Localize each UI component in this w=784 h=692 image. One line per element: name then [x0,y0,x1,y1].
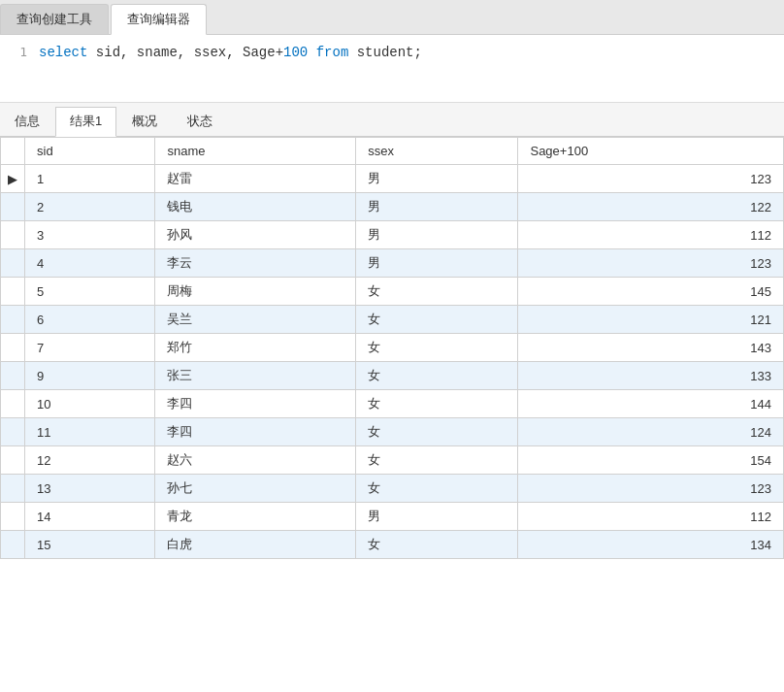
table-row[interactable]: 12赵六女154 [1,446,784,475]
line-number: 1 [0,45,39,59]
row-indicator [1,193,25,221]
table-row[interactable]: 5周梅女145 [1,278,784,306]
cell-sage: 121 [518,306,784,334]
cell-ssex: 女 [356,362,518,390]
cell-sage: 144 [518,390,784,418]
result-tab[interactable]: 结果1 [55,107,116,137]
cell-ssex: 女 [356,531,518,559]
row-indicator [1,418,25,446]
cell-sage: 124 [518,418,784,446]
cell-sname: 周梅 [155,278,356,306]
cell-sname: 白虎 [155,531,356,559]
table-row[interactable]: ▶1赵雷男123 [1,165,784,193]
table-row[interactable]: 3孙风男112 [1,221,784,249]
row-indicator [1,221,25,249]
table-row[interactable]: 15白虎女134 [1,531,784,559]
cell-ssex: 男 [356,221,518,249]
cell-sage: 143 [518,334,784,362]
cell-sage: 134 [518,531,784,559]
cell-sage: 112 [518,503,784,531]
row-indicator [1,249,25,278]
row-indicator [1,503,25,531]
table-row[interactable]: 9张三女133 [1,362,784,390]
cell-sid: 5 [25,278,155,306]
code-token: from [308,45,348,60]
row-indicator [1,306,25,334]
table-header-cell: sname [155,138,356,165]
cell-sname: 钱电 [155,193,356,221]
row-indicator: ▶ [1,165,25,193]
cell-sid: 10 [25,390,155,418]
code-line: 1select sid, sname, ssex, Sage+100 from … [0,43,784,62]
cell-sid: 12 [25,446,155,475]
table-header-indicator [1,138,25,165]
table-row[interactable]: 7郑竹女143 [1,334,784,362]
table-row[interactable]: 14青龙男112 [1,503,784,531]
cell-sage: 154 [518,446,784,475]
top-tab[interactable]: 查询编辑器 [111,4,207,35]
editor-area: 1select sid, sname, ssex, Sage+100 from … [0,35,784,103]
cell-ssex: 女 [356,418,518,446]
result-table: sidsnamessexSage+100 ▶1赵雷男1232钱电男1223孙风男… [0,137,784,559]
result-tab[interactable]: 概况 [117,107,172,136]
table-header-cell: ssex [356,138,518,165]
cell-sid: 14 [25,503,155,531]
cell-sname: 李四 [155,418,356,446]
cell-sage: 123 [518,165,784,193]
row-indicator [1,531,25,559]
table-header-cell: Sage+100 [518,138,784,165]
tab-bar: 查询创建工具查询编辑器 [0,0,784,35]
cell-sname: 赵六 [155,446,356,475]
code-token: sid, sname, ssex, Sage+ [87,45,283,60]
cell-sid: 9 [25,362,155,390]
result-tabs-bar: 信息结果1概况状态 [0,103,784,137]
code-token: 100 [283,45,308,60]
code-content[interactable]: select sid, sname, ssex, Sage+100 from s… [39,45,422,60]
code-token: student; [348,45,422,60]
cell-sid: 3 [25,221,155,249]
table-row[interactable]: 13孙七女123 [1,475,784,503]
row-indicator [1,278,25,306]
cell-sname: 李云 [155,249,356,278]
cell-sid: 15 [25,531,155,559]
cell-sname: 李四 [155,390,356,418]
table-row[interactable]: 11李四女124 [1,418,784,446]
cell-ssex: 女 [356,306,518,334]
cell-ssex: 女 [356,334,518,362]
row-indicator [1,390,25,418]
cell-sage: 145 [518,278,784,306]
cell-sage: 133 [518,362,784,390]
top-tab[interactable]: 查询创建工具 [0,4,109,34]
result-tab[interactable]: 状态 [173,107,227,136]
table-row[interactable]: 10李四女144 [1,390,784,418]
data-table-wrapper: sidsnamessexSage+100 ▶1赵雷男1232钱电男1223孙风男… [0,137,784,559]
result-tab[interactable]: 信息 [0,107,54,136]
cell-sid: 7 [25,334,155,362]
cell-sname: 青龙 [155,503,356,531]
row-indicator [1,475,25,503]
cell-sid: 4 [25,249,155,278]
cell-sname: 赵雷 [155,165,356,193]
row-indicator [1,446,25,475]
table-row[interactable]: 2钱电男122 [1,193,784,221]
cell-sname: 张三 [155,362,356,390]
cell-sage: 123 [518,475,784,503]
cell-ssex: 男 [356,193,518,221]
cell-sage: 122 [518,193,784,221]
cell-sage: 112 [518,221,784,249]
cell-ssex: 女 [356,390,518,418]
row-indicator [1,334,25,362]
cell-sid: 6 [25,306,155,334]
cell-ssex: 男 [356,165,518,193]
table-row[interactable]: 6吴兰女121 [1,306,784,334]
cell-sid: 11 [25,418,155,446]
cell-ssex: 女 [356,475,518,503]
row-indicator [1,362,25,390]
cell-ssex: 女 [356,278,518,306]
cell-sname: 郑竹 [155,334,356,362]
table-row[interactable]: 4李云男123 [1,249,784,278]
cell-sid: 1 [25,165,155,193]
code-token: select [39,45,87,60]
cell-ssex: 男 [356,503,518,531]
cell-sid: 2 [25,193,155,221]
